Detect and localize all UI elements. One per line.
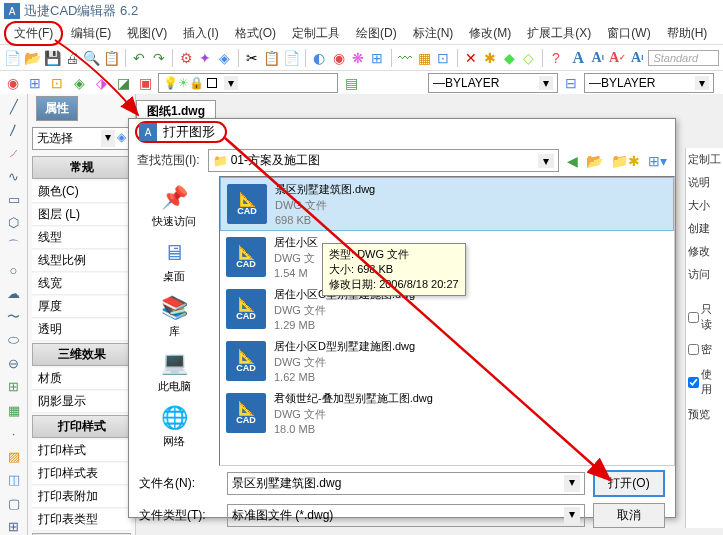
cancel-button[interactable]: 取消	[593, 503, 665, 528]
menu-insert[interactable]: 插入(I)	[175, 23, 226, 44]
lookin-combo[interactable]: 📁 01-方案及施工图 ▾	[208, 149, 559, 172]
tool1-icon[interactable]: ✦	[197, 49, 213, 67]
arc-icon[interactable]: ⟋	[5, 144, 23, 161]
nav-view-icon[interactable]: ⊞▾	[648, 153, 667, 169]
menu-edit[interactable]: 编辑(E)	[63, 23, 119, 44]
file-item[interactable]: CAD 君领世纪-叠加型别墅施工图.dwg DWG 文件 18.0 MB	[220, 387, 674, 439]
point-icon[interactable]: ·	[5, 425, 23, 442]
place-lib[interactable]: 📚 库	[156, 294, 192, 339]
gradient-icon[interactable]: ◫	[5, 471, 23, 488]
prop-plottable[interactable]: 打印样式表	[32, 463, 131, 485]
linetype-combo[interactable]: — BYLAYER ▾	[428, 73, 558, 93]
prop-transparency[interactable]: 透明	[32, 319, 131, 341]
menu-ext[interactable]: 扩展工具(X)	[519, 23, 599, 44]
rectangle-icon[interactable]: ▭	[5, 191, 23, 208]
circle-icon[interactable]: ○	[5, 261, 23, 278]
tool10-icon[interactable]: ◆	[501, 49, 517, 67]
hatch-icon[interactable]: ▨	[5, 448, 23, 465]
tool5-icon[interactable]: ❋	[350, 49, 366, 67]
prop-shadow[interactable]: 阴影显示	[32, 391, 131, 413]
place-net[interactable]: 🌐 网络	[156, 404, 192, 449]
tool7-icon[interactable]: ▦	[416, 49, 432, 67]
lineweight-combo[interactable]: — BYLAYER ▾	[584, 73, 714, 93]
layer-i9[interactable]: ⊟	[562, 74, 580, 92]
redo-icon[interactable]: ↷	[151, 49, 167, 67]
preview-icon[interactable]: 🔍	[83, 49, 100, 67]
ellipse-arc-icon[interactable]: ⊖	[5, 355, 23, 372]
prop-linetype[interactable]: 线型	[32, 227, 131, 249]
properties-tab[interactable]: 属性	[36, 96, 78, 121]
place-pc[interactable]: 💻 此电脑	[156, 349, 192, 394]
settings-icon[interactable]: ⚙	[178, 49, 194, 67]
place-desktop[interactable]: 🖥 桌面	[156, 239, 192, 284]
prop-plottype[interactable]: 打印表类型	[32, 509, 131, 531]
menu-custom[interactable]: 定制工具	[284, 23, 348, 44]
menu-help[interactable]: 帮助(H)	[659, 23, 716, 44]
copy-icon[interactable]: 📋	[263, 49, 280, 67]
layer-i3[interactable]: ⊡	[48, 74, 66, 92]
tool3-icon[interactable]: ◐	[311, 49, 327, 67]
prop-plotstyle[interactable]: 打印样式	[32, 440, 131, 462]
open-button[interactable]: 打开(O)	[593, 470, 665, 497]
prop-color[interactable]: 颜色(C)	[32, 181, 131, 203]
file-item[interactable]: CAD 景区别墅建筑图.dwg DWG 文件 698 KB	[220, 177, 674, 231]
cloud-icon[interactable]: ☁	[5, 285, 23, 302]
style-combo[interactable]: Standard	[648, 50, 719, 66]
dense-checkbox[interactable]: 密	[686, 338, 723, 361]
menu-file[interactable]: 文件(F)	[4, 21, 63, 46]
spline-icon[interactable]: ∿	[5, 168, 23, 185]
prop-layer[interactable]: 图层 (L)	[32, 204, 131, 226]
menu-draw[interactable]: 绘图(D)	[348, 23, 405, 44]
prop-ltscale[interactable]: 线型比例	[32, 250, 131, 272]
layer-i5[interactable]: ⬗	[92, 74, 110, 92]
nav-up-icon[interactable]: 📂	[586, 153, 603, 169]
new-icon[interactable]: 📄	[4, 49, 21, 67]
layer-i7[interactable]: ▣	[136, 74, 154, 92]
place-quick[interactable]: 📌 快速访问	[152, 184, 196, 229]
paste-icon[interactable]: 📄	[283, 49, 300, 67]
menu-modify[interactable]: 修改(M)	[461, 23, 519, 44]
polygon-icon[interactable]: ⬡	[5, 214, 23, 231]
layer-color-combo[interactable]: 💡☀🔒 ▾	[158, 73, 338, 93]
print-icon[interactable]: 🖨	[64, 49, 80, 67]
menu-window[interactable]: 窗口(W)	[599, 23, 658, 44]
menu-format[interactable]: 格式(O)	[227, 23, 284, 44]
polyline-icon[interactable]: 〳	[5, 121, 23, 138]
font-a3-icon[interactable]: A✓	[609, 49, 626, 67]
menu-annotate[interactable]: 标注(N)	[405, 23, 462, 44]
menu-view[interactable]: 视图(V)	[119, 23, 175, 44]
prop-material[interactable]: 材质	[32, 368, 131, 390]
insert-icon[interactable]: ⊞	[5, 378, 23, 395]
close-icon[interactable]: ✕	[462, 49, 478, 67]
line-icon[interactable]: ╱	[5, 98, 23, 115]
erase-icon[interactable]: 〰	[396, 49, 412, 67]
file-item[interactable]: CAD 居住小区D型别墅建施图.dwg DWG 文件 1.62 MB	[220, 335, 674, 387]
font-a1-icon[interactable]: A	[570, 49, 586, 67]
filetype-combo[interactable]: 标准图文件 (*.dwg) ▾	[227, 504, 585, 527]
table-icon[interactable]: ⊞	[5, 518, 23, 535]
tool11-icon[interactable]: ◇	[521, 49, 537, 67]
file-list[interactable]: CAD 景区别墅建筑图.dwg DWG 文件 698 KB CAD 居住小区 D…	[219, 176, 675, 466]
layer-i1[interactable]: ◉	[4, 74, 22, 92]
undo-icon[interactable]: ↶	[131, 49, 147, 67]
arc2-icon[interactable]: ⌒	[5, 237, 23, 255]
save-icon[interactable]: 💾	[44, 49, 61, 67]
layer-i8[interactable]: ▤	[342, 74, 360, 92]
tool2-icon[interactable]: ◈	[217, 49, 233, 67]
region-icon[interactable]: ▢	[5, 495, 23, 512]
selection-combo[interactable]: 无选择 ▾ ◈	[32, 127, 131, 150]
prop-thickness[interactable]: 厚度	[32, 296, 131, 318]
tool6-icon[interactable]: ⊞	[369, 49, 385, 67]
layer-i2[interactable]: ⊞	[26, 74, 44, 92]
prop-lineweight[interactable]: 线宽	[32, 273, 131, 295]
export-icon[interactable]: 📋	[103, 49, 120, 67]
ellipse-icon[interactable]: ⬭	[5, 332, 23, 349]
layer-i4[interactable]: ◈	[70, 74, 88, 92]
help-icon[interactable]: ?	[548, 49, 564, 67]
tool8-icon[interactable]: ⊡	[435, 49, 451, 67]
nav-new-icon[interactable]: 📁✱	[611, 153, 640, 169]
spline2-icon[interactable]: 〜	[5, 308, 23, 326]
font-a2-icon[interactable]: AI	[590, 49, 606, 67]
cut-icon[interactable]: ✂	[244, 49, 260, 67]
nav-back-icon[interactable]: ◀	[567, 153, 578, 169]
